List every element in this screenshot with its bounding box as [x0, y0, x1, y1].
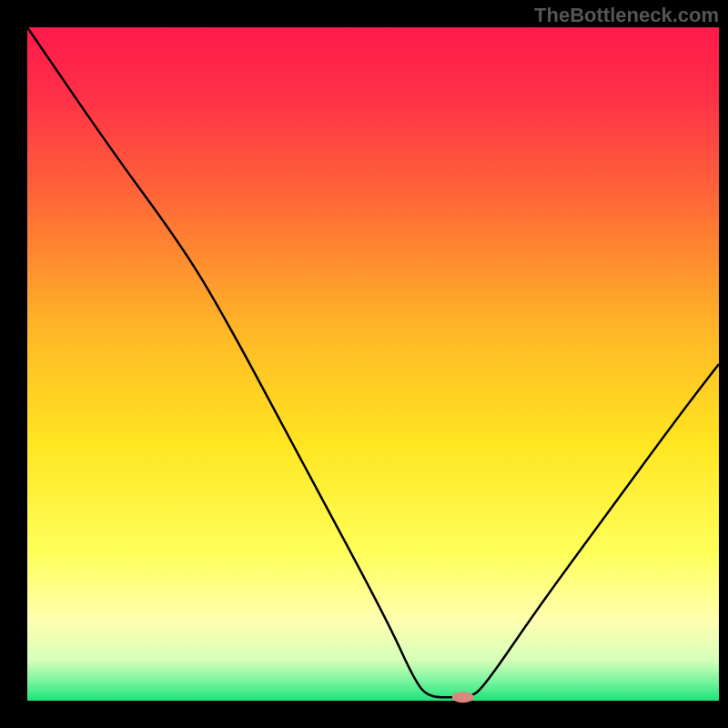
chart-svg [0, 0, 728, 728]
bottleneck-chart [0, 0, 728, 728]
optimal-marker [452, 692, 474, 703]
watermark-text: TheBottleneck.com [534, 4, 719, 27]
plot-background [27, 27, 719, 701]
